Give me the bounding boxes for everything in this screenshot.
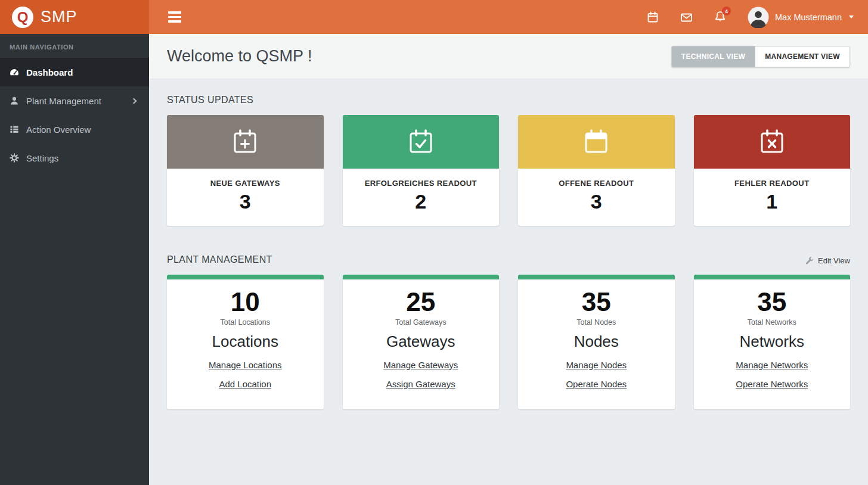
gear-icon	[10, 153, 19, 163]
card-accent-strip	[518, 275, 675, 279]
calendar-plus-icon	[231, 128, 259, 156]
sidebar-item-action-overview[interactable]: Action Overview	[0, 115, 149, 144]
plant-card-networks: 35 Total Networks Networks Manage Networ…	[694, 275, 851, 409]
plant-card-subtitle: Total Nodes	[518, 318, 675, 327]
status-card-neue-gateways: NEUE GATEWAYS 3	[167, 115, 324, 226]
status-cards-row: NEUE GATEWAYS 3	[167, 115, 850, 226]
status-section: STATUS UPDATES	[167, 95, 850, 226]
topbar-nav: 4 Max Mustermann	[149, 0, 868, 34]
card-accent-strip	[167, 275, 324, 279]
chevron-down-icon	[849, 15, 854, 18]
technical-view-button[interactable]: TECHNICAL VIEW	[671, 46, 755, 67]
plant-card-value: 25	[343, 288, 500, 316]
sidebar-item-dashboard[interactable]: Dashboard	[0, 58, 149, 86]
wrench-icon	[805, 257, 814, 265]
plant-card-value: 35	[518, 288, 675, 316]
card-accent-strip	[343, 275, 500, 279]
status-card-top	[518, 115, 675, 169]
plant-cards-row: 10 Total Locations Locations Manage Loca…	[167, 275, 850, 409]
chevron-right-icon	[131, 98, 137, 104]
sidebar-section-label: MAIN NAVIGATION	[0, 34, 149, 58]
status-card-label: NEUE GATEWAYS	[172, 179, 319, 188]
manage-locations-link[interactable]: Manage Locations	[209, 360, 282, 369]
logo-q-icon: Q	[12, 7, 33, 28]
avatar	[748, 7, 769, 28]
status-section-title: STATUS UPDATES	[167, 95, 850, 105]
calendar-check-icon	[407, 128, 435, 156]
manage-nodes-link[interactable]: Manage Nodes	[566, 360, 627, 369]
calendar-x-icon	[758, 128, 786, 156]
plant-card-subtitle: Total Locations	[167, 318, 324, 327]
plant-card-subtitle: Total Gateways	[343, 318, 500, 327]
status-card-label: OFFENE READOUT	[523, 179, 670, 188]
content-header: Welcome to QSMP ! TECHNICAL VIEW MANAGEM…	[149, 34, 868, 79]
sidebar-item-label: Dashboard	[26, 67, 73, 77]
messages-button[interactable]	[680, 11, 693, 23]
operate-networks-link[interactable]: Operate Networks	[736, 380, 808, 388]
status-card-offene-readout: OFFENE READOUT 3	[518, 115, 675, 226]
plant-card-gateways: 25 Total Gateways Gateways Manage Gatewa…	[343, 275, 500, 409]
status-card-top	[694, 115, 851, 169]
plant-card-locations: 10 Total Locations Locations Manage Loca…	[167, 275, 324, 409]
operate-nodes-link[interactable]: Operate Nodes	[566, 380, 627, 388]
edit-view-label: Edit View	[818, 256, 850, 265]
plant-section: PLANT MANAGEMENT Edit View 10 Total Loca…	[167, 254, 850, 409]
edit-view-button[interactable]: Edit View	[805, 256, 850, 265]
page-title: Welcome to QSMP !	[167, 47, 312, 66]
sidebar-item-label: Settings	[26, 153, 58, 163]
sidebar-item-settings[interactable]: Settings	[0, 144, 149, 172]
sidebar-item-plant-management[interactable]: Plant Management	[0, 86, 149, 115]
logo-text: SMP	[41, 8, 78, 26]
plant-card-value: 35	[694, 288, 851, 316]
sidebar: MAIN NAVIGATION Dashboard Plant Manageme…	[0, 34, 149, 485]
manage-gateways-link[interactable]: Manage Gateways	[383, 360, 458, 369]
management-view-button[interactable]: MANAGEMENT VIEW	[755, 46, 850, 67]
plant-card-title: Gateways	[343, 332, 500, 351]
status-card-body: NEUE GATEWAYS 3	[167, 169, 324, 226]
main-content: Welcome to QSMP ! TECHNICAL VIEW MANAGEM…	[149, 34, 868, 485]
content-body: STATUS UPDATES	[149, 79, 868, 409]
sidebar-toggle-button[interactable]	[165, 8, 185, 26]
plant-section-head: PLANT MANAGEMENT Edit View	[167, 254, 850, 265]
notification-badge: 4	[722, 7, 731, 15]
assign-gateways-link[interactable]: Assign Gateways	[386, 380, 455, 388]
plant-card-title: Networks	[694, 332, 851, 351]
calendar-icon	[647, 11, 659, 23]
status-card-value: 2	[348, 191, 495, 213]
user-name: Max Mustermann	[775, 13, 842, 22]
hamburger-icon	[168, 11, 181, 14]
topbar-right: 4 Max Mustermann	[647, 7, 854, 28]
status-card-value: 1	[699, 191, 846, 213]
add-location-link[interactable]: Add Location	[219, 380, 271, 388]
status-card-body: FEHLER READOUT 1	[694, 169, 851, 226]
topbar: Q SMP	[0, 0, 868, 34]
status-card-top	[167, 115, 324, 169]
status-card-value: 3	[172, 191, 319, 213]
plant-card-title: Nodes	[518, 332, 675, 351]
status-card-body: OFFENE READOUT 3	[518, 169, 675, 226]
plant-card-title: Locations	[167, 332, 324, 351]
plant-card-nodes: 35 Total Nodes Nodes Manage Nodes Operat…	[518, 275, 675, 409]
status-card-top	[343, 115, 500, 169]
plant-card-subtitle: Total Networks	[694, 318, 851, 327]
status-card-label: ERFOLGREICHES READOUT	[348, 179, 495, 188]
calendar-icon	[582, 128, 610, 156]
sidebar-item-label: Action Overview	[26, 125, 91, 135]
user-menu[interactable]: Max Mustermann	[748, 7, 854, 28]
manage-networks-link[interactable]: Manage Networks	[736, 360, 808, 369]
status-card-fehler-readout: FEHLER READOUT 1	[694, 115, 851, 226]
dashboard-icon	[10, 67, 19, 77]
app-logo[interactable]: Q SMP	[0, 0, 149, 34]
notifications-button[interactable]: 4	[714, 11, 726, 23]
status-card-label: FEHLER READOUT	[699, 179, 846, 188]
person-icon	[10, 96, 19, 105]
list-icon	[10, 125, 19, 134]
plant-section-title: PLANT MANAGEMENT	[167, 254, 272, 265]
sidebar-item-label: Plant Management	[26, 96, 101, 106]
plant-card-value: 10	[167, 288, 324, 316]
logo-q-letter: Q	[17, 10, 29, 24]
card-accent-strip	[694, 275, 851, 279]
calendar-button[interactable]	[647, 11, 659, 23]
status-card-body: ERFOLGREICHES READOUT 2	[343, 169, 500, 226]
envelope-icon	[680, 11, 693, 23]
